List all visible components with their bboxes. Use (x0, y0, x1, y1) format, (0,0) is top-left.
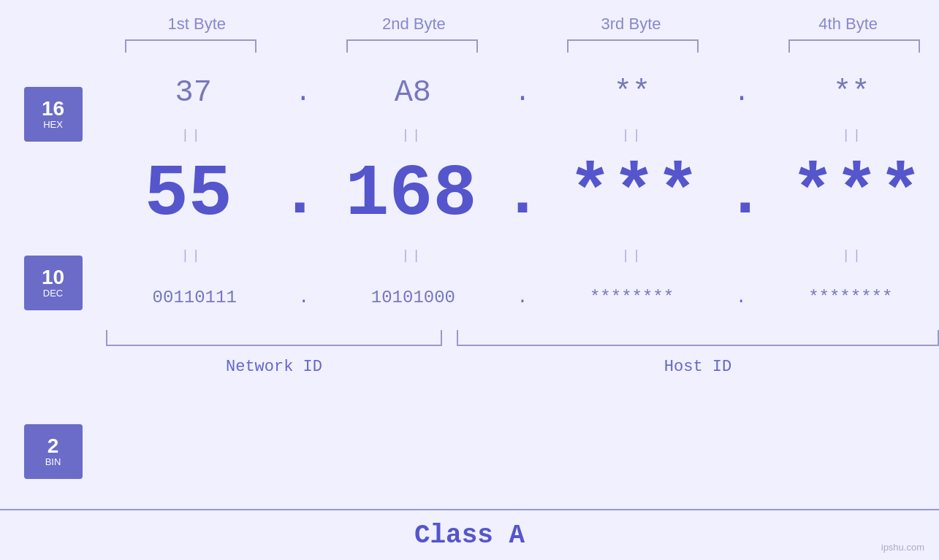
eq2-1: || (119, 248, 265, 263)
dec-val-4: *** (783, 158, 930, 231)
dot-bin-1: . (299, 288, 309, 307)
main-container: 1st Byte 2nd Byte 3rd Byte 4th Byte 16 H… (0, 0, 939, 560)
dot-hex-3: . (734, 78, 750, 108)
eq-2: || (339, 128, 485, 142)
dec-badge: 10 DEC (24, 256, 83, 310)
eq-3: || (560, 128, 706, 142)
eq-1: || (119, 128, 265, 142)
dot-bin-3: . (736, 288, 746, 307)
eq-4: || (780, 128, 926, 142)
dec-val-2: 168 (338, 158, 484, 231)
bin-val-1: 00110111 (121, 288, 267, 307)
dec-row: 55 . 168 . *** . *** (106, 147, 939, 242)
dec-name: DEC (43, 288, 63, 299)
bin-row: 00110111 . 10101000 . ******** . *******… (106, 268, 939, 326)
dot-hex-2: . (514, 78, 531, 108)
bin-number: 2 (47, 436, 59, 456)
bin-name: BIN (45, 456, 61, 467)
hex-val-4: ** (778, 75, 924, 110)
dot-dec-3: . (726, 162, 765, 228)
dec-number: 10 (42, 267, 64, 288)
bin-val-4: ******** (778, 288, 924, 307)
hex-val-3: ** (559, 75, 705, 110)
eq2-4: || (780, 248, 926, 263)
hex-name: HEX (43, 119, 63, 130)
bin-val-2: 10101000 (340, 288, 486, 307)
class-label: Class A (414, 521, 525, 551)
bracket-top-3 (567, 39, 699, 53)
hex-val-2: A8 (340, 75, 486, 110)
dec-val-3: *** (560, 158, 707, 231)
byte-header-4: 4th Byte (768, 15, 929, 34)
bin-badge: 2 BIN (24, 424, 83, 479)
dot-dec-1: . (280, 162, 319, 228)
dot-dec-2: . (503, 162, 542, 228)
host-id-label: Host ID (457, 358, 939, 376)
bottom-brackets (106, 330, 939, 352)
bin-val-3: ******** (559, 288, 705, 307)
watermark: ipshu.com (881, 542, 924, 553)
bracket-top-1 (125, 39, 256, 53)
byte-header-1: 1st Byte (116, 15, 277, 34)
class-section: Class A ipshu.com (0, 509, 939, 560)
dec-val-1: 55 (115, 158, 262, 231)
hex-number: 16 (42, 99, 64, 119)
bracket-top-4 (788, 39, 920, 53)
hex-row: 37 . A8 . ** . ** (106, 64, 939, 122)
eq2-3: || (560, 248, 706, 263)
hex-badge: 16 HEX (24, 87, 83, 142)
bracket-top-2 (346, 39, 478, 53)
equals-row-1: || || || || (106, 122, 939, 147)
byte-header-2: 2nd Byte (333, 15, 494, 34)
host-bracket (457, 330, 939, 346)
id-labels: Network ID Host ID (106, 352, 939, 381)
network-bracket (106, 330, 442, 346)
dot-bin-2: . (517, 288, 528, 307)
network-id-label: Network ID (106, 358, 442, 376)
byte-header-3: 3rd Byte (551, 15, 712, 34)
hex-val-1: 37 (121, 75, 267, 110)
eq2-2: || (339, 248, 485, 263)
equals-row-2: || || || || (106, 242, 939, 268)
dot-hex-1: . (295, 78, 311, 108)
